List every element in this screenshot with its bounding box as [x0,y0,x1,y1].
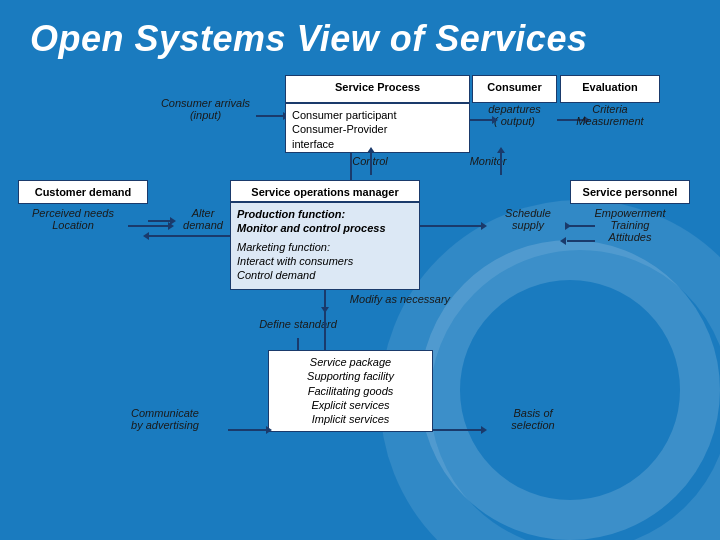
service-package-box: Service package Supporting facility Faci… [268,350,433,432]
consumer-box: Consumer [472,75,557,103]
evaluation-box: Evaluation [560,75,660,103]
cust-to-alter-arrowhead [170,217,176,225]
control-arrowhead [367,147,375,153]
service-ops-label: Service operations manager [251,186,398,198]
production-function-label: Production function: Monitor and control… [237,207,413,236]
basis-of-selection-label: Basis of selection [488,407,578,431]
schedule-arrow [420,225,485,227]
ops-to-cust-arrowhead [143,232,149,240]
evaluation-label: Evaluation [582,81,638,93]
modify-label: Modify as necessary [320,293,480,305]
consumer-participant-label: Consumer participant Consumer-Provider i… [292,109,397,150]
schedule-arrowhead [481,222,487,230]
communicate-label: Communicate by advertising [100,407,230,431]
consumer-label: Consumer [487,81,541,93]
consumer-arrivals-label: Consumer arrivals (input) [148,97,263,121]
production-function-box: Production function: Monitor and control… [230,202,420,290]
empow-arrowhead [565,222,571,230]
service-personnel-label: Service personnel [583,186,678,198]
define-standard-label: Define standard [218,318,378,330]
criteria-label: Criteria Measurement [560,103,660,127]
departures-label: departures ( output) [472,103,557,127]
arrivals-arrow [256,115,286,117]
basis-arrow [433,429,485,431]
ops-down-arrow [324,290,326,350]
personnel-back-arrow [567,240,595,242]
service-process-box: Service Process [285,75,470,103]
diagram-area: Service Process Consumer Evaluation Cons… [0,65,720,540]
monitor-label: Monitor [448,155,528,167]
communicate-arrow [228,429,270,431]
page-title: Open Systems View of Services [0,0,720,60]
perceived-arrow [128,225,172,227]
monitor-arrowhead [497,147,505,153]
service-ops-box: Service operations manager [230,180,420,202]
basis-arrowhead [481,426,487,434]
perceived-needs-label: Perceived needs Location [18,207,128,231]
control-arrow-v [370,153,372,175]
alter-demand-label: Alter demand [174,207,232,231]
service-process-label: Service Process [335,81,420,93]
personnel-back-arrowhead [560,237,566,245]
ops-to-cust-arrow [148,235,230,237]
empow-arrow [567,225,595,227]
service-package-label: Service package Supporting facility Faci… [307,356,394,425]
departures-arrowhead [492,116,498,124]
customer-demand-box: Customer demand [18,180,148,204]
communicate-arrowhead [266,426,272,434]
marketing-function-label: Marketing function: Interact with consum… [237,240,413,283]
customer-demand-label: Customer demand [35,186,132,198]
monitor-arrow-v [500,153,502,175]
service-personnel-box: Service personnel [570,180,690,204]
schedule-supply-label: Schedule supply [488,207,568,231]
sp-to-ops-arrow [350,153,352,181]
consumer-participant-box: Consumer participant Consumer-Provider i… [285,103,470,153]
